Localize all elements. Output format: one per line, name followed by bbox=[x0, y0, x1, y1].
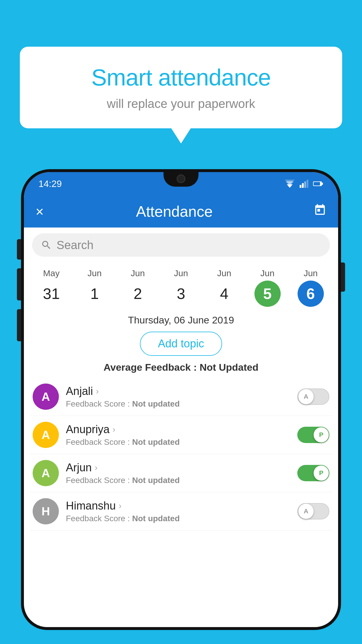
calendar-day[interactable]: Jun1 bbox=[81, 268, 108, 307]
volume-down-button bbox=[17, 309, 21, 341]
avg-feedback-value: Not Updated bbox=[200, 362, 259, 373]
student-name: Arjun › bbox=[66, 461, 290, 474]
bubble-subtitle: will replace your paperwork bbox=[43, 97, 319, 111]
calendar-day[interactable]: Jun2 bbox=[125, 268, 151, 307]
student-row[interactable]: AAnupriya ›Feedback Score : Not updatedP bbox=[30, 416, 332, 454]
cal-date-number[interactable]: 6 bbox=[298, 281, 324, 307]
cal-month-label: May bbox=[43, 268, 60, 278]
header-title: Attendance bbox=[52, 203, 296, 220]
status-time: 14:29 bbox=[38, 178, 62, 189]
calendar-day[interactable]: Jun4 bbox=[211, 268, 237, 307]
student-feedback-value: Not updated bbox=[132, 438, 180, 447]
search-placeholder: Search bbox=[57, 239, 94, 252]
student-feedback: Feedback Score : Not updated bbox=[66, 399, 290, 409]
calendar-day[interactable]: Jun5 bbox=[254, 268, 281, 307]
cal-month-label: Jun bbox=[260, 268, 274, 278]
student-list: AAnjali ›Feedback Score : Not updatedAAA… bbox=[24, 378, 338, 531]
student-avatar: A bbox=[33, 460, 59, 486]
student-info: Himanshu ›Feedback Score : Not updated bbox=[66, 500, 290, 523]
student-name-text: Anjali bbox=[66, 385, 93, 398]
cal-month-label: Jun bbox=[304, 268, 318, 278]
student-feedback: Feedback Score : Not updated bbox=[66, 476, 290, 485]
student-row[interactable]: AAnjali ›Feedback Score : Not updatedA bbox=[30, 378, 332, 416]
signal-icon bbox=[300, 180, 308, 188]
student-info: Anupriya ›Feedback Score : Not updated bbox=[66, 423, 290, 447]
cal-date-number[interactable]: 1 bbox=[81, 281, 108, 307]
calendar-day[interactable]: Jun3 bbox=[168, 268, 194, 307]
toggle-knob: P bbox=[314, 427, 329, 442]
student-info: Arjun ›Feedback Score : Not updated bbox=[66, 461, 290, 485]
cal-date-number[interactable]: 5 bbox=[254, 281, 281, 307]
wifi-icon bbox=[284, 180, 295, 188]
student-name: Anjali › bbox=[66, 385, 290, 398]
attendance-toggle[interactable]: A bbox=[297, 503, 329, 519]
svg-rect-7 bbox=[314, 182, 320, 186]
phone-screen: 14:29 bbox=[24, 172, 338, 627]
phone-notch bbox=[164, 172, 198, 187]
cal-month-label: Jun bbox=[217, 268, 231, 278]
student-name-text: Arjun bbox=[66, 461, 92, 474]
student-feedback-value: Not updated bbox=[132, 399, 180, 408]
volume-silent-button bbox=[17, 239, 21, 260]
chevron-right-icon: › bbox=[95, 463, 98, 473]
attendance-toggle[interactable]: A bbox=[297, 388, 329, 405]
student-avatar: A bbox=[33, 384, 59, 410]
avg-feedback: Average Feedback : Not Updated bbox=[24, 359, 338, 378]
student-name: Himanshu › bbox=[66, 500, 290, 512]
student-row[interactable]: AArjun ›Feedback Score : Not updatedP bbox=[30, 454, 332, 492]
student-name: Anupriya › bbox=[66, 423, 290, 436]
status-icons bbox=[284, 180, 324, 188]
speech-bubble: Smart attendance will replace your paper… bbox=[20, 47, 342, 128]
camera bbox=[177, 174, 185, 183]
avg-feedback-label: Average Feedback : bbox=[103, 362, 197, 373]
svg-rect-6 bbox=[322, 183, 323, 185]
battery-icon bbox=[313, 181, 324, 187]
cal-month-label: Jun bbox=[131, 268, 145, 278]
app-header: × Attendance bbox=[24, 195, 338, 228]
student-row[interactable]: HHimanshu ›Feedback Score : Not updatedA bbox=[30, 492, 332, 531]
phone-outer: 14:29 bbox=[21, 169, 341, 630]
volume-up-button bbox=[17, 268, 21, 300]
cal-date-number[interactable]: 31 bbox=[38, 281, 64, 307]
student-avatar: A bbox=[33, 422, 59, 448]
calendar-day[interactable]: May31 bbox=[38, 268, 64, 307]
selected-date-heading: Thursday, 06 June 2019 bbox=[24, 310, 338, 329]
cal-date-number[interactable]: 2 bbox=[125, 281, 151, 307]
toggle-knob: P bbox=[314, 466, 329, 481]
calendar-icon[interactable] bbox=[314, 204, 326, 219]
attendance-toggle[interactable]: P bbox=[297, 465, 329, 481]
svg-rect-3 bbox=[304, 181, 306, 188]
close-button[interactable]: × bbox=[36, 204, 44, 220]
add-topic-button[interactable]: Add topic bbox=[140, 332, 222, 356]
cal-month-label: Jun bbox=[174, 268, 188, 278]
chevron-right-icon: › bbox=[119, 501, 122, 511]
calendar-strip: May31Jun1Jun2Jun3Jun4Jun5Jun6 bbox=[24, 262, 338, 310]
svg-rect-1 bbox=[300, 185, 301, 188]
power-button bbox=[341, 262, 345, 292]
student-feedback-value: Not updated bbox=[132, 476, 180, 485]
attendance-toggle[interactable]: P bbox=[297, 427, 329, 443]
student-feedback-value: Not updated bbox=[132, 514, 180, 523]
student-avatar: H bbox=[33, 498, 59, 524]
toggle-knob: A bbox=[298, 389, 314, 404]
student-info: Anjali ›Feedback Score : Not updated bbox=[66, 385, 290, 409]
chevron-right-icon: › bbox=[113, 424, 115, 434]
calendar-day[interactable]: Jun6 bbox=[298, 268, 324, 307]
cal-date-number[interactable]: 4 bbox=[211, 281, 237, 307]
student-feedback: Feedback Score : Not updated bbox=[66, 438, 290, 447]
phone-wrapper: 14:29 bbox=[21, 169, 341, 644]
student-name-text: Himanshu bbox=[66, 500, 116, 512]
svg-rect-2 bbox=[302, 183, 304, 188]
cal-date-number[interactable]: 3 bbox=[168, 281, 194, 307]
search-icon bbox=[41, 239, 52, 251]
search-bar[interactable]: Search bbox=[32, 233, 330, 257]
student-feedback: Feedback Score : Not updated bbox=[66, 514, 290, 523]
svg-rect-4 bbox=[307, 180, 308, 188]
student-name-text: Anupriya bbox=[66, 423, 110, 436]
bubble-title: Smart attendance bbox=[43, 64, 319, 91]
cal-month-label: Jun bbox=[87, 268, 101, 278]
speech-bubble-container: Smart attendance will replace your paper… bbox=[20, 47, 342, 128]
chevron-right-icon: › bbox=[96, 386, 99, 396]
toggle-knob: A bbox=[298, 504, 314, 519]
